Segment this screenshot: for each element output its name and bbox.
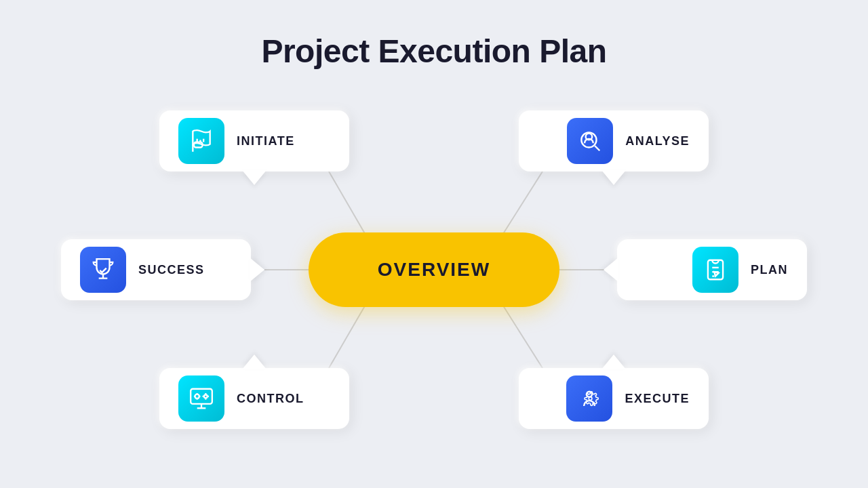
search-person-icon <box>577 128 603 154</box>
success-icon-box <box>80 247 126 293</box>
flag-icon <box>189 128 214 154</box>
overview-card: OVERVIEW <box>309 232 559 307</box>
svg-line-4 <box>329 304 366 368</box>
analyse-icon-box <box>567 118 613 164</box>
card-plan: PLAN <box>617 239 807 300</box>
page-title: Project Execution Plan <box>261 33 606 70</box>
monitor-settings-icon <box>189 386 214 411</box>
card-success: SUCCESS <box>61 239 251 300</box>
control-label: CONTROL <box>237 392 304 406</box>
overview-label: OVERVIEW <box>378 259 490 281</box>
clipboard-icon <box>703 257 728 283</box>
svg-point-17 <box>195 394 199 399</box>
card-analyse: ANALYSE <box>519 110 709 171</box>
card-control: CONTROL <box>159 368 349 429</box>
svg-line-0 <box>329 171 366 236</box>
diagram-container: OVERVIEW INITIATE ANALYSE <box>61 97 807 443</box>
svg-line-5 <box>502 304 542 368</box>
card-execute: EXECUTE <box>519 368 709 429</box>
svg-point-28 <box>589 397 593 401</box>
svg-rect-14 <box>191 389 212 404</box>
success-label: SUCCESS <box>138 263 205 277</box>
gear-person-icon <box>576 386 602 411</box>
svg-point-22 <box>204 394 208 398</box>
plan-label: PLAN <box>751 263 788 277</box>
initiate-icon-box <box>178 118 224 164</box>
svg-line-10 <box>595 146 599 150</box>
plan-icon-box <box>692 247 738 293</box>
analyse-label: ANALYSE <box>625 134 690 148</box>
initiate-label: INITIATE <box>237 134 295 148</box>
execute-label: EXECUTE <box>625 392 690 406</box>
svg-line-1 <box>502 171 542 236</box>
control-icon-box <box>178 375 224 422</box>
trophy-icon <box>90 257 116 283</box>
execute-icon-box <box>566 375 612 422</box>
card-initiate: INITIATE <box>159 110 349 171</box>
